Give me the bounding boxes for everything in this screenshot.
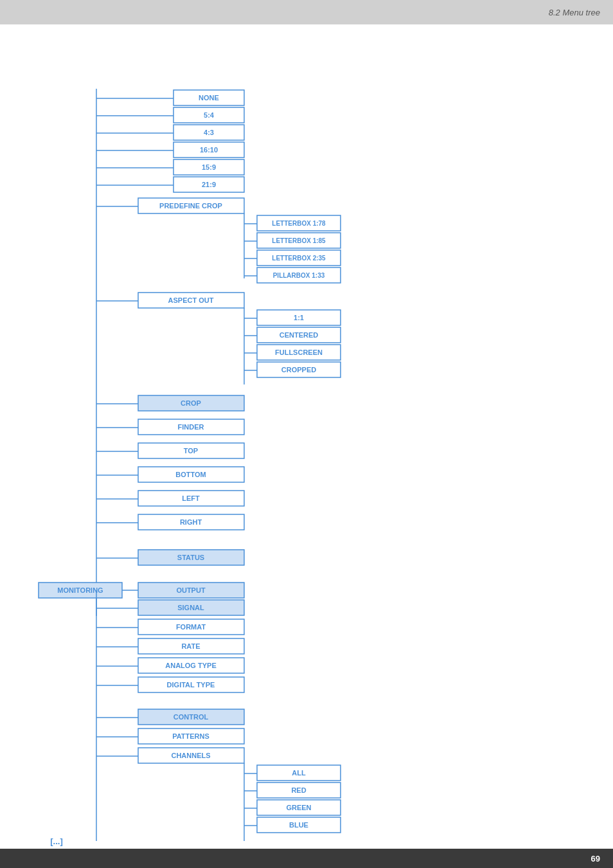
patterns-label: PATTERNS xyxy=(172,732,209,740)
blue-label: BLUE xyxy=(289,821,308,829)
signal-label: SIGNAL xyxy=(177,604,204,611)
aspect-out-label: ASPECT OUT xyxy=(168,296,214,304)
predefine-crop-label: PREDEFINE CROP xyxy=(159,202,222,210)
cropped-label: CROPPED xyxy=(281,366,316,374)
ellipsis-label: [...] xyxy=(50,836,63,846)
rate-label: RATE xyxy=(181,642,200,650)
left-label: LEFT xyxy=(182,494,200,502)
ratio-15-9-label: 15:9 xyxy=(202,163,216,171)
finder-label: FINDER xyxy=(178,423,204,431)
ratio-21-9-label: 21:9 xyxy=(202,181,216,188)
digital-type-label: DIGITAL TYPE xyxy=(167,681,215,689)
pillarbox-1-33-label: PILLARBOX 1:33 xyxy=(273,272,325,279)
all-label: ALL xyxy=(292,769,306,777)
green-label: GREEN xyxy=(286,804,311,811)
content-area: NONE 5:4 4:3 16:10 15:9 21:9 PREDEFINE C… xyxy=(0,24,613,849)
top-label: TOP xyxy=(184,447,198,455)
control-label: CONTROL xyxy=(173,713,209,721)
format-label: FORMAT xyxy=(176,623,206,631)
menu-tree-diagram: NONE 5:4 4:3 16:10 15:9 21:9 PREDEFINE C… xyxy=(19,44,598,860)
fullscreen-label: FULLSCREEN xyxy=(275,348,323,356)
header-bar: 8.2 Menu tree xyxy=(0,0,613,24)
centered-label: CENTERED xyxy=(280,331,319,339)
ratio-1-1-label: 1:1 xyxy=(294,314,304,321)
analog-type-label: ANALOG TYPE xyxy=(165,662,216,669)
status-label: STATUS xyxy=(177,554,204,561)
output-label: OUTPUT xyxy=(176,586,206,594)
page-number: 69 xyxy=(591,854,600,863)
letterbox-2-35-label: LETTERBOX 2:35 xyxy=(272,255,326,262)
letterbox-1-78-label: LETTERBOX 1:78 xyxy=(272,220,326,227)
none-label: NONE xyxy=(199,94,219,102)
channels-label: CHANNELS xyxy=(171,752,210,759)
crop-label: CROP xyxy=(181,399,201,407)
ratio-5-4-label: 5:4 xyxy=(204,111,215,119)
header-title: 8.2 Menu tree xyxy=(549,8,600,17)
right-label: RIGHT xyxy=(180,518,202,526)
ratio-16-10-label: 16:10 xyxy=(200,146,218,154)
ratio-4-3-label: 4:3 xyxy=(204,129,214,136)
footer-bar: 69 xyxy=(0,849,613,868)
letterbox-1-85-label: LETTERBOX 1:85 xyxy=(272,237,326,244)
bottom-label: BOTTOM xyxy=(175,471,206,478)
red-label: RED xyxy=(291,786,306,794)
